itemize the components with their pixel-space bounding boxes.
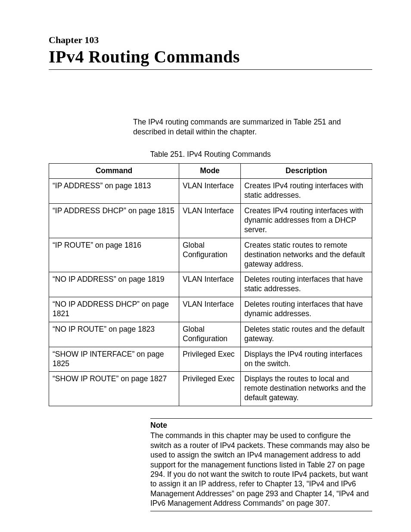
cell-command: “SHOW IP ROUTE” on page 1827	[49, 372, 179, 406]
table-row: “IP ADDRESS DHCP” on page 1815 VLAN Inte…	[49, 204, 372, 238]
note-top-rule	[150, 418, 372, 419]
cell-mode: Global Configuration	[179, 322, 241, 347]
cell-mode: Global Configuration	[179, 238, 241, 272]
table-row: “SHOW IP ROUTE” on page 1827 Privileged …	[49, 372, 372, 406]
table-header-row: Command Mode Description	[49, 163, 372, 179]
col-header-command: Command	[49, 163, 179, 179]
cell-desc: Displays the routes to local and remote …	[241, 372, 372, 406]
col-header-mode: Mode	[179, 163, 241, 179]
table-row: “NO IP ADDRESS DHCP” on page 1821 VLAN I…	[49, 297, 372, 322]
table-row: “IP ROUTE” on page 1816 Global Configura…	[49, 238, 372, 272]
chapter-title: IPv4 Routing Commands	[49, 47, 372, 67]
cell-mode: VLAN Interface	[179, 204, 241, 238]
note-bottom-rule	[150, 511, 372, 511]
cell-mode: Privileged Exec	[179, 347, 241, 372]
note-body: The commands in this chapter may be used…	[150, 431, 372, 508]
table-row: “NO IP ADDRESS” on page 1819 VLAN Interf…	[49, 272, 372, 297]
intro-paragraph: The IPv4 routing commands are summarized…	[133, 117, 372, 137]
cell-desc: Deletes routing interfaces that have dyn…	[241, 297, 372, 322]
cell-desc: Creates IPv4 routing interfaces with dyn…	[241, 204, 372, 238]
page: Chapter 103 IPv4 Routing Commands The IP…	[0, 0, 411, 532]
cell-mode: VLAN Interface	[179, 179, 241, 204]
cell-command: “NO IP ROUTE” on page 1823	[49, 322, 179, 347]
cell-mode: VLAN Interface	[179, 297, 241, 322]
table-caption: Table 251. IPv4 Routing Commands	[49, 150, 372, 159]
cell-desc: Creates IPv4 routing interfaces with sta…	[241, 179, 372, 204]
col-header-description: Description	[241, 163, 372, 179]
cell-command: “IP ADDRESS” on page 1813	[49, 179, 179, 204]
note-block: Note The commands in this chapter may be…	[150, 418, 372, 511]
chapter-label: Chapter 103	[49, 34, 372, 46]
cell-desc: Displays the IPv4 routing interfaces on …	[241, 347, 372, 372]
commands-table: Command Mode Description “IP ADDRESS” on…	[49, 163, 372, 407]
cell-desc: Deletes static routes and the default ga…	[241, 322, 372, 347]
cell-mode: VLAN Interface	[179, 272, 241, 297]
cell-command: “IP ROUTE” on page 1816	[49, 238, 179, 272]
note-label: Note	[150, 420, 372, 430]
table-row: “SHOW IP INTERFACE” on page 1825 Privile…	[49, 347, 372, 372]
table-row: “IP ADDRESS” on page 1813 VLAN Interface…	[49, 179, 372, 204]
cell-desc: Deletes routing interfaces that have sta…	[241, 272, 372, 297]
table-row: “NO IP ROUTE” on page 1823 Global Config…	[49, 322, 372, 347]
cell-desc: Creates static routes to remote destinat…	[241, 238, 372, 272]
cell-command: “IP ADDRESS DHCP” on page 1815	[49, 204, 179, 238]
cell-command: “NO IP ADDRESS DHCP” on page 1821	[49, 297, 179, 322]
title-rule	[49, 69, 372, 70]
cell-command: “SHOW IP INTERFACE” on page 1825	[49, 347, 179, 372]
cell-mode: Privileged Exec	[179, 372, 241, 406]
cell-command: “NO IP ADDRESS” on page 1819	[49, 272, 179, 297]
